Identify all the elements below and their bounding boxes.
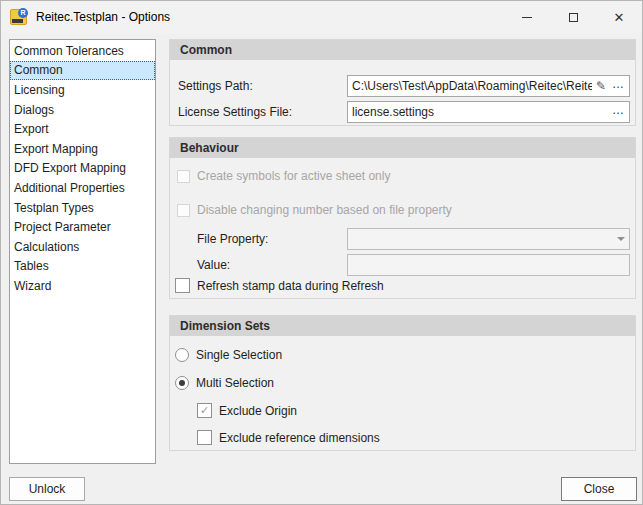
edit-pencil-icon[interactable]: ✎ bbox=[596, 79, 606, 93]
minimize-icon bbox=[522, 17, 532, 18]
refresh-stamp-checkbox[interactable] bbox=[175, 278, 190, 293]
dimension-sets-group-header: Dimension Sets bbox=[170, 316, 635, 336]
app-icon-letter: R bbox=[18, 8, 28, 18]
exclude-reference-checkbox[interactable] bbox=[197, 430, 212, 445]
exclude-origin-checkbox[interactable]: ✓ bbox=[197, 403, 212, 418]
close-window-button[interactable]: ✕ bbox=[596, 1, 642, 33]
exclude-reference-label: Exclude reference dimensions bbox=[219, 431, 380, 445]
sidebar-item-export[interactable]: Export bbox=[10, 119, 155, 139]
file-property-label: File Property: bbox=[197, 232, 268, 246]
sidebar-item-dialogs[interactable]: Dialogs bbox=[10, 100, 155, 120]
single-selection-radio[interactable] bbox=[175, 348, 189, 362]
dimension-sets-group: Dimension Sets Single Selection Multi Se… bbox=[169, 315, 636, 451]
sidebar-item-licensing[interactable]: Licensing bbox=[10, 80, 155, 100]
disable-changing-number-checkbox-row: Disable changing number based on file pr… bbox=[177, 203, 452, 217]
sidebar-item-common[interactable]: Common bbox=[10, 61, 155, 81]
multi-selection-label: Multi Selection bbox=[196, 376, 274, 390]
settings-path-label: Settings Path: bbox=[178, 79, 253, 93]
title-bar: R Reitec.Testplan - Options ✕ bbox=[1, 1, 642, 33]
refresh-stamp-label: Refresh stamp data during Refresh bbox=[197, 279, 384, 293]
single-selection-label: Single Selection bbox=[196, 348, 282, 362]
value-field bbox=[347, 254, 630, 276]
maximize-icon bbox=[569, 13, 578, 22]
options-dialog: R Reitec.Testplan - Options ✕ Common Tol… bbox=[0, 0, 643, 505]
common-group-header: Common bbox=[170, 40, 635, 60]
settings-path-value: C:\Users\Test\AppData\Roaming\Reitec\Rei… bbox=[352, 79, 592, 93]
settings-path-field[interactable]: C:\Users\Test\AppData\Roaming\Reitec\Rei… bbox=[347, 75, 630, 97]
create-symbols-label: Create symbols for active sheet only bbox=[197, 169, 390, 183]
behaviour-group: Behaviour Create symbols for active shee… bbox=[169, 137, 636, 299]
multi-selection-radio-row: Multi Selection bbox=[175, 376, 274, 390]
close-icon: ✕ bbox=[614, 11, 625, 24]
single-selection-radio-row: Single Selection bbox=[175, 348, 282, 362]
exclude-origin-label: Exclude Origin bbox=[219, 404, 297, 418]
sidebar-item-wizard[interactable]: Wizard bbox=[10, 276, 155, 296]
license-file-label: License Settings File: bbox=[178, 105, 292, 119]
maximize-button[interactable] bbox=[550, 1, 596, 33]
multi-selection-radio[interactable] bbox=[175, 376, 189, 390]
sidebar-item-additional-properties[interactable]: Additional Properties bbox=[10, 178, 155, 198]
unlock-button[interactable]: Unlock bbox=[9, 477, 85, 501]
behaviour-group-header: Behaviour bbox=[170, 138, 635, 158]
minimize-button[interactable] bbox=[504, 1, 550, 33]
create-symbols-checkbox bbox=[177, 170, 190, 183]
license-file-value: license.settings bbox=[352, 105, 612, 119]
license-file-field[interactable]: license.settings … bbox=[347, 101, 630, 123]
sidebar-item-common-tolerances[interactable]: Common Tolerances bbox=[10, 41, 155, 61]
options-category-list: Common Tolerances Common Licensing Dialo… bbox=[9, 39, 156, 464]
disable-changing-number-checkbox bbox=[177, 204, 190, 217]
file-property-combobox bbox=[347, 228, 630, 250]
sidebar-item-project-parameter[interactable]: Project Parameter bbox=[10, 217, 155, 237]
sidebar-item-tables[interactable]: Tables bbox=[10, 257, 155, 277]
sidebar-item-export-mapping[interactable]: Export Mapping bbox=[10, 139, 155, 159]
exclude-origin-checkbox-row: ✓ Exclude Origin bbox=[197, 403, 297, 418]
sidebar-item-calculations[interactable]: Calculations bbox=[10, 237, 155, 257]
window-title: Reitec.Testplan - Options bbox=[36, 10, 170, 24]
sidebar-item-dfd-export-mapping[interactable]: DFD Export Mapping bbox=[10, 159, 155, 179]
settings-path-browse-button[interactable]: … bbox=[612, 77, 625, 95]
value-label: Value: bbox=[197, 258, 230, 272]
app-icon: R bbox=[10, 9, 27, 25]
sidebar-item-testplan-types[interactable]: Testplan Types bbox=[10, 198, 155, 218]
create-symbols-checkbox-row: Create symbols for active sheet only bbox=[177, 169, 390, 183]
close-button[interactable]: Close bbox=[561, 477, 637, 501]
license-file-browse-button[interactable]: … bbox=[612, 103, 625, 121]
common-group: Common Settings Path: C:\Users\Test\AppD… bbox=[169, 39, 636, 126]
chevron-down-icon bbox=[617, 237, 625, 241]
refresh-stamp-checkbox-row: Refresh stamp data during Refresh bbox=[175, 278, 384, 293]
exclude-reference-checkbox-row: Exclude reference dimensions bbox=[197, 430, 380, 445]
disable-changing-number-label: Disable changing number based on file pr… bbox=[197, 203, 452, 217]
